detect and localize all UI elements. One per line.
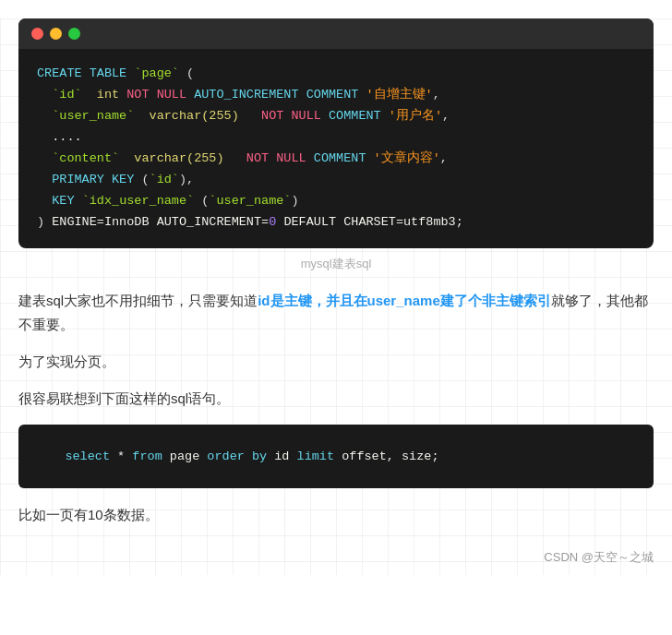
p1-before: 建表sql大家也不用扣细节，只需要知道 bbox=[18, 293, 258, 308]
code-body: CREATE TABLE `page` ( `id` int NOT NULL … bbox=[18, 49, 654, 248]
sql-order-kw: order by bbox=[207, 449, 267, 463]
sql-plain-4: offset, size; bbox=[334, 449, 438, 463]
text-section-2: 比如一页有10条数据。 bbox=[0, 503, 672, 527]
p1-highlight: id是主键，并且在user_name建了个非主键索引 bbox=[258, 293, 551, 308]
dot-green bbox=[68, 28, 80, 40]
code-caption: mysql建表sql bbox=[0, 256, 672, 272]
paragraph-2: 为了实现分页。 bbox=[18, 350, 654, 374]
code-container: CREATE TABLE `page` ( `id` int NOT NULL … bbox=[18, 18, 654, 248]
sql-from-kw: from bbox=[132, 449, 162, 463]
text-section: 建表sql大家也不用扣细节，只需要知道id是主键，并且在user_name建了个… bbox=[0, 289, 672, 412]
sql-plain-2: page bbox=[162, 449, 208, 463]
inline-sql-block: select * from page order by id limit off… bbox=[18, 425, 654, 488]
sql-plain-1: * bbox=[110, 449, 132, 463]
sql-plain-3: id bbox=[267, 449, 296, 463]
code-titlebar bbox=[18, 18, 654, 49]
bottom-credit: CSDN @天空～之城 bbox=[0, 540, 672, 575]
paragraph-4: 比如一页有10条数据。 bbox=[18, 503, 654, 527]
sql-select-kw: select bbox=[65, 449, 110, 463]
dot-yellow bbox=[50, 28, 62, 40]
sql-limit-kw: limit bbox=[297, 449, 335, 463]
page-wrapper: CREATE TABLE `page` ( `id` int NOT NULL … bbox=[0, 18, 672, 575]
paragraph-3: 很容易联想到下面这样的sql语句。 bbox=[18, 387, 654, 411]
dot-red bbox=[31, 28, 43, 40]
paragraph-1: 建表sql大家也不用扣细节，只需要知道id是主键，并且在user_name建了个… bbox=[18, 289, 654, 338]
